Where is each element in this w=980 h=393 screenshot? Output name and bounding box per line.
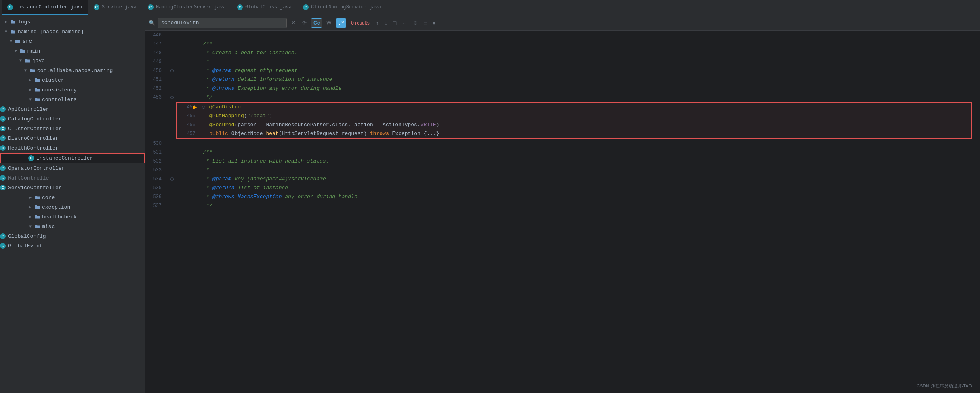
- line-number: 447: [145, 40, 168, 49]
- line-gutter: [168, 49, 176, 57]
- sidebar-item-label: ClusterController: [8, 126, 62, 132]
- sidebar-item-misc[interactable]: ▼ misc: [0, 222, 145, 231]
- search-word-button[interactable]: W: [324, 18, 333, 28]
- search-collapse-button[interactable]: □: [391, 18, 398, 28]
- line-gutter: [168, 75, 176, 84]
- line-gutter: [168, 175, 176, 184]
- tab-global-class[interactable]: C GlobalClass.java: [231, 0, 297, 15]
- tab-label: NamingClusterServer.java: [156, 4, 226, 10]
- search-case-button[interactable]: Cc: [311, 18, 322, 28]
- arrow-icon: ▼: [3, 29, 9, 34]
- tab-bar: C InstanceController.java C Service.java…: [0, 0, 980, 15]
- sidebar-item-main[interactable]: ▼ main: [0, 46, 145, 56]
- search-more-button[interactable]: ≡: [422, 18, 429, 28]
- line-number: 532: [145, 157, 168, 166]
- code-line: 456 @Secured(parser = NamingResourcePars…: [177, 120, 971, 129]
- arrow-icon: ▼: [18, 58, 23, 63]
- sidebar-item-global-event[interactable]: C GlobalEvent: [0, 241, 145, 251]
- sidebar-item-logs[interactable]: ▶ logs: [0, 17, 145, 27]
- search-filter-button[interactable]: ▾: [431, 18, 437, 28]
- tab-class-icon: C: [148, 4, 154, 10]
- line-gutter: [200, 129, 208, 138]
- search-input[interactable]: [158, 18, 287, 28]
- folder-icon: [34, 96, 40, 103]
- code-text: */: [176, 93, 216, 102]
- search-expand-v-button[interactable]: ⇕: [412, 18, 420, 28]
- sidebar-item-src[interactable]: ▼ src: [0, 36, 145, 46]
- code-line: 449 *: [145, 57, 980, 66]
- sidebar-item-label: OperatorController: [8, 165, 65, 171]
- sidebar-item-package[interactable]: ▼ com.alibaba.nacos.naming: [0, 66, 145, 75]
- sidebar-item-operator-controller[interactable]: C OperatorController: [0, 163, 145, 173]
- line-gutter: [168, 184, 176, 192]
- folder-icon: [10, 19, 16, 25]
- code-text: [176, 31, 181, 40]
- sidebar-item-cluster[interactable]: ▶ cluster: [0, 75, 145, 85]
- sidebar-item-consistency[interactable]: ▶ consistency: [0, 85, 145, 95]
- line-number: 446: [145, 31, 168, 40]
- sidebar-item-cluster-controller[interactable]: C ClusterController: [0, 124, 145, 133]
- sidebar-item-core[interactable]: ▶ core: [0, 192, 145, 202]
- search-next-button[interactable]: ↓: [383, 18, 389, 28]
- line-number: 534: [145, 175, 168, 184]
- code-text: * @param request http request: [176, 66, 301, 75]
- tab-instance-controller[interactable]: C InstanceController.java: [2, 0, 88, 15]
- code-line: 530: [145, 139, 980, 148]
- tab-service[interactable]: C Service.java: [88, 0, 142, 15]
- code-line: 532 * List all instance with health stat…: [145, 157, 980, 166]
- search-results: 0 results: [349, 20, 372, 26]
- class-icon: C: [0, 185, 6, 190]
- search-prev-button[interactable]: ↑: [374, 18, 381, 28]
- folder-icon: [15, 38, 21, 44]
- code-text: @PutMapping("/beat"): [208, 112, 275, 120]
- code-text: [176, 139, 181, 148]
- gutter-marker: [170, 69, 174, 72]
- sidebar-item-java[interactable]: ▼ java: [0, 56, 145, 66]
- line-number: 452: [145, 84, 168, 93]
- search-regex-button[interactable]: .*: [336, 18, 347, 28]
- code-area[interactable]: 446 447 /** 448: [145, 31, 980, 393]
- sidebar-item-api-controller[interactable]: C ApiController: [0, 104, 145, 114]
- line-number: 537: [145, 201, 168, 210]
- tab-naming-cluster[interactable]: C NamingClusterServer.java: [142, 0, 231, 15]
- sidebar-item-label: ServiceController: [8, 185, 62, 191]
- line-number: 530: [145, 139, 168, 148]
- package-icon: [29, 67, 36, 74]
- sidebar-item-catalog-controller[interactable]: C CatalogController: [0, 114, 145, 124]
- sidebar-item-exception[interactable]: ▶ exception: [0, 202, 145, 212]
- highlighted-code-block: 454 ▶ @CanDistro 455 @PutMapping("/beat": [176, 102, 972, 139]
- search-clear-button[interactable]: ✕: [289, 18, 298, 28]
- class-icon: C: [0, 116, 6, 122]
- sidebar-item-label: cluster: [42, 77, 64, 83]
- search-replace-button[interactable]: ⟳: [300, 18, 309, 28]
- code-line: 453 */: [145, 93, 980, 102]
- class-icon: C: [0, 106, 6, 112]
- line-number: 535: [145, 184, 168, 192]
- sidebar-item-global-config[interactable]: C GlobalConfig: [0, 231, 145, 241]
- sidebar-item-label: healthcheck: [42, 214, 77, 220]
- search-expand-button[interactable]: ↔: [400, 18, 409, 28]
- sidebar-item-label: exception: [42, 204, 70, 210]
- sidebar-item-label: naming [nacos-naming]: [18, 29, 84, 35]
- line-gutter: ▶: [200, 103, 208, 112]
- editor-wrapper: 🔍 ✕ ⟳ Cc W .* 0 results ↑ ↓ □ ↔ ⇕ ≡ ▾ 44…: [145, 15, 980, 393]
- class-icon: C: [0, 145, 6, 151]
- tab-label: InstanceController.java: [15, 4, 82, 10]
- code-text: *: [176, 57, 212, 66]
- line-number: 457: [177, 129, 200, 138]
- sidebar-item-controllers[interactable]: ▼ controllers: [0, 95, 145, 104]
- tab-label: GlobalClass.java: [245, 4, 292, 10]
- code-line: 452 * @throws Exception any error during…: [145, 84, 980, 93]
- sidebar-item-instance-controller[interactable]: C InstanceController: [0, 153, 145, 163]
- sidebar-item-raft-controller[interactable]: C RaftController: [0, 173, 145, 183]
- line-gutter: [168, 66, 176, 75]
- sidebar-item-service-controller[interactable]: C ServiceController: [0, 183, 145, 192]
- sidebar-item-label: CatalogController: [8, 116, 62, 122]
- line-gutter: [168, 157, 176, 166]
- sidebar-item-naming[interactable]: ▼ naming [nacos-naming]: [0, 27, 145, 36]
- tab-client-naming[interactable]: C ClientNamingService.java: [297, 0, 387, 15]
- sidebar-item-health-controller[interactable]: C HealthController: [0, 143, 145, 153]
- sidebar-item-distro-controller[interactable]: C DistroController: [0, 133, 145, 143]
- line-number: 451: [145, 75, 168, 84]
- sidebar-item-healthcheck[interactable]: ▶ healthcheck: [0, 212, 145, 222]
